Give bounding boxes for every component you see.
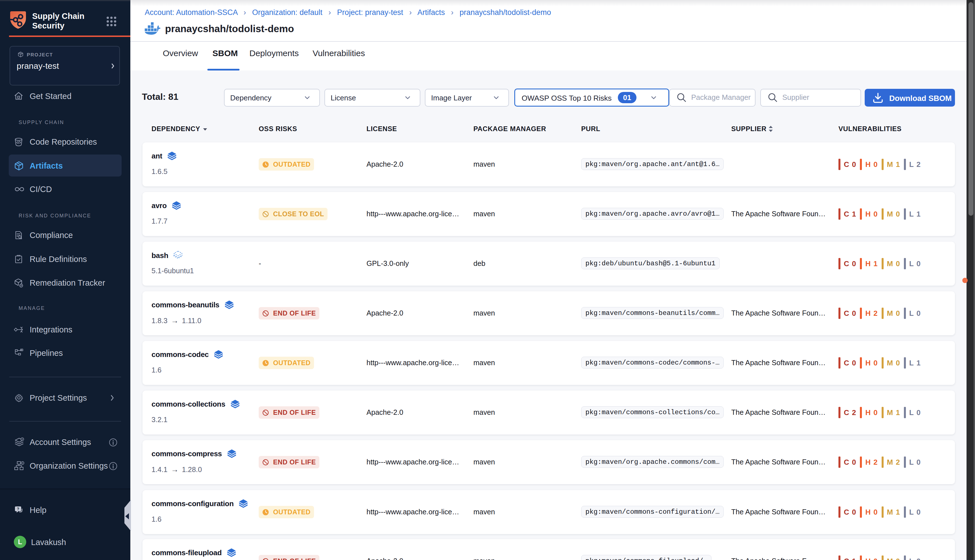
svg-text:?: ? xyxy=(17,507,20,511)
